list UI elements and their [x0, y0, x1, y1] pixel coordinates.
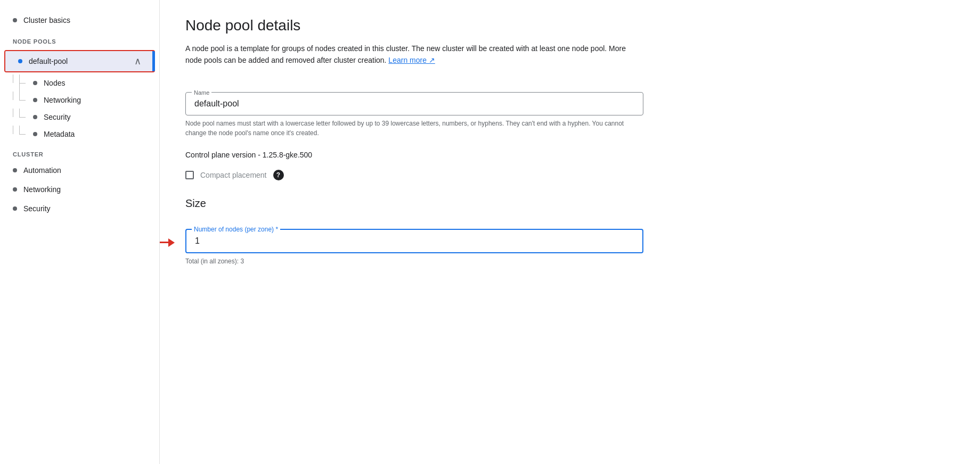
automation-dot: [13, 168, 17, 172]
sidebar-item-security-cluster[interactable]: Security: [0, 199, 159, 218]
nodes-per-zone-label: Number of nodes (per zone) *: [192, 226, 280, 233]
cluster-section-label: CLUSTER: [0, 143, 159, 161]
node-pools-section-label: NODE POOLS: [0, 30, 159, 48]
name-input[interactable]: [185, 92, 643, 115]
control-plane-version: Control plane version - 1.25.8-gke.500: [185, 151, 954, 159]
networking-dot-cluster: [13, 187, 17, 192]
metadata-label: Metadata: [44, 130, 75, 138]
learn-more-link[interactable]: Learn more ↗: [388, 56, 435, 64]
security-label-cluster: Security: [23, 204, 51, 213]
red-arrow: [160, 238, 175, 247]
name-field-hint: Node pool names must start with a lowerc…: [185, 119, 643, 138]
description: A node pool is a template for groups of …: [185, 43, 643, 67]
size-section-title: Size: [185, 197, 954, 210]
security-label-nodepool: Security: [44, 113, 71, 121]
number-input-container: Number of nodes (per zone) *: [185, 220, 643, 253]
compact-placement-label: Compact placement: [200, 171, 267, 179]
main-content: Node pool details A node pool is a templ…: [160, 0, 980, 464]
default-pool-label: default-pool: [29, 57, 128, 65]
compact-placement-help-icon[interactable]: ?: [273, 170, 284, 180]
nodes-dot: [33, 81, 37, 85]
security-dot-nodepool: [33, 115, 37, 119]
nodes-per-zone-container: Number of nodes (per zone) * Total (in a…: [185, 220, 954, 265]
default-pool-dot: [18, 59, 22, 63]
networking-dot-nodepool: [33, 98, 37, 102]
arrow-line: [160, 242, 168, 243]
sidebar: Cluster basics NODE POOLS default-pool ∧…: [0, 0, 160, 464]
networking-label-cluster: Networking: [23, 185, 61, 194]
page-title: Node pool details: [185, 17, 954, 34]
security-dot-cluster: [13, 206, 17, 211]
chevron-up-icon: ∧: [134, 55, 141, 67]
networking-label-nodepool: Networking: [44, 96, 81, 104]
sidebar-item-networking-cluster[interactable]: Networking: [0, 180, 159, 199]
automation-label: Automation: [23, 166, 61, 175]
name-field-label: Name: [192, 89, 211, 96]
cluster-basics-dot: [13, 18, 17, 22]
sidebar-sub-item-networking[interactable]: Networking: [0, 92, 159, 109]
arrow-head: [168, 238, 175, 247]
name-form-field: Name Node pool names must start with a l…: [185, 84, 643, 138]
sidebar-sub-item-security[interactable]: Security: [0, 109, 159, 126]
sidebar-sub-item-metadata[interactable]: Metadata: [0, 126, 159, 143]
sidebar-item-cluster-basics[interactable]: Cluster basics: [0, 11, 159, 30]
compact-placement-row: Compact placement ?: [185, 170, 954, 180]
metadata-dot: [33, 132, 37, 136]
total-zones: Total (in all zones): 3: [185, 258, 954, 265]
sidebar-item-automation[interactable]: Automation: [0, 161, 159, 180]
compact-placement-checkbox[interactable]: [185, 171, 194, 179]
nodes-label: Nodes: [44, 79, 65, 87]
sidebar-sub-item-nodes[interactable]: Nodes: [0, 74, 159, 92]
sidebar-item-default-pool[interactable]: default-pool ∧: [5, 51, 154, 71]
cluster-basics-label: Cluster basics: [23, 16, 70, 24]
